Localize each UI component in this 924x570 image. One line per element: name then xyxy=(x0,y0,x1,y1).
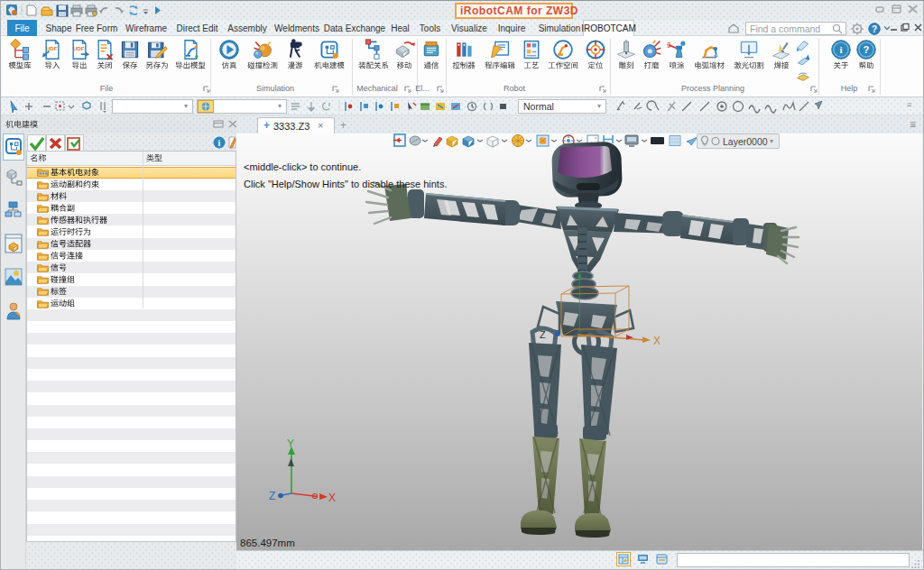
svg-text:X: X xyxy=(328,492,336,504)
svg-text:i: i xyxy=(218,138,221,148)
svg-text:?: ? xyxy=(872,24,877,34)
svg-text:Z: Z xyxy=(540,329,546,340)
svg-text:i: i xyxy=(839,44,842,55)
svg-text:Z: Z xyxy=(269,490,275,502)
svg-text:UDF: UDF xyxy=(73,46,85,51)
svg-text:UDF: UDF xyxy=(46,46,58,51)
svg-text:X: X xyxy=(653,335,661,347)
svg-text:Y: Y xyxy=(287,437,294,450)
svg-text:?: ? xyxy=(864,44,870,55)
